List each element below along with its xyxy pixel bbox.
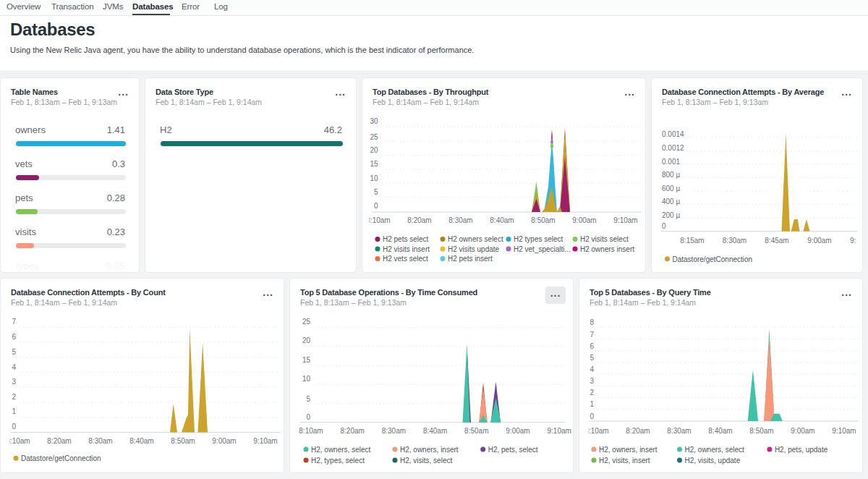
svg-text:2: 2 [590,389,594,397]
svg-text:9:10am: 9:10am [253,437,277,445]
svg-text:5: 5 [12,348,16,356]
svg-text:25: 25 [302,318,311,326]
svg-text:8:40am: 8:40am [490,216,514,224]
svg-text:H2 owners insert: H2 owners insert [580,245,634,253]
svg-text:30: 30 [370,117,378,125]
svg-text:9:15am: 9:15am [850,237,862,245]
svg-text:15: 15 [370,160,378,168]
svg-text:8:10am: 8:10am [584,427,608,435]
svg-text:5: 5 [306,395,310,403]
svg-text:25: 25 [370,133,378,141]
svg-text:0.001: 0.001 [662,158,680,166]
svg-text:8:30am: 8:30am [723,237,746,245]
svg-text:9:10am: 9:10am [832,427,856,435]
svg-text:H2 vets select: H2 vets select [383,255,428,263]
svg-text:H2, pets, update: H2, pets, update [775,446,828,454]
svg-text:H2 types select: H2 types select [514,235,563,243]
svg-text:9:10am: 9:10am [613,216,637,224]
svg-text:6: 6 [12,333,16,341]
svg-text:H2 visits insert: H2 visits insert [383,245,430,253]
svg-text:8:50am: 8:50am [171,437,195,445]
svg-text:0: 0 [12,423,16,431]
svg-text:8:20am: 8:20am [47,437,71,445]
svg-text:0: 0 [590,412,594,420]
svg-text:9:00am: 9:00am [807,237,831,245]
svg-text:H2, owners, select: H2, owners, select [311,446,370,454]
svg-text:0: 0 [662,222,666,230]
svg-text:Datastore/getConnection: Datastore/getConnection [673,255,753,263]
svg-text:9:00am: 9:00am [791,427,814,435]
svg-text:8:30am: 8:30am [448,216,472,224]
svg-text:8:15am: 8:15am [680,237,704,245]
svg-text:4: 4 [590,365,594,373]
svg-text:8: 8 [590,318,594,326]
svg-text:8:20am: 8:20am [341,427,365,435]
svg-text:8:50am: 8:50am [531,216,555,224]
svg-text:8:45am: 8:45am [765,237,788,245]
svg-text:7: 7 [12,318,16,326]
svg-text:0: 0 [374,202,378,210]
svg-text:Datastore/getConnection: Datastore/getConnection [21,454,101,462]
svg-text:7: 7 [590,331,594,339]
svg-text:H2, visits, update: H2, visits, update [685,457,741,465]
svg-text:8:10am: 8:10am [6,437,30,445]
svg-text:6: 6 [590,342,594,350]
svg-text:9:10am: 9:10am [548,427,571,435]
svg-text:H2 owners select: H2 owners select [448,235,503,243]
svg-text:H2, owners, insert: H2, owners, insert [400,446,459,454]
svg-text:8:40am: 8:40am [423,427,447,435]
svg-text:8:20am: 8:20am [626,427,650,435]
svg-text:9:00am: 9:00am [506,427,529,435]
svg-text:H2, owners, insert: H2, owners, insert [599,446,658,454]
svg-text:9:00am: 9:00am [572,216,596,224]
svg-text:8:40am: 8:40am [708,427,732,435]
svg-text:H2, visits, select: H2, visits, select [400,457,452,465]
svg-text:2: 2 [12,393,16,401]
svg-text:8:10am: 8:10am [366,216,390,224]
svg-text:4: 4 [12,363,16,371]
svg-text:H2 vet_specialti...: H2 vet_specialti... [514,245,571,253]
svg-text:3: 3 [590,377,594,385]
svg-text:20: 20 [302,336,311,344]
svg-text:8:40am: 8:40am [129,437,153,445]
svg-text:1: 1 [590,400,594,408]
svg-text:0: 0 [306,413,310,421]
svg-text:8:30am: 8:30am [382,427,406,435]
svg-text:600 µ: 600 µ [662,185,680,192]
svg-text:3: 3 [12,378,16,386]
svg-text:5: 5 [374,188,378,196]
svg-text:H2 pets select: H2 pets select [383,235,429,243]
svg-text:H2 visits select: H2 visits select [580,235,629,243]
svg-text:H2, owners, select: H2, owners, select [685,446,744,454]
svg-text:8:30am: 8:30am [88,437,112,445]
svg-text:H2 visits update: H2 visits update [448,245,500,253]
svg-text:H2, types, select: H2, types, select [311,457,365,465]
svg-text:0.0012: 0.0012 [662,144,684,152]
svg-text:8:50am: 8:50am [749,427,773,435]
svg-text:...: ... [550,287,561,299]
svg-text:10: 10 [302,375,311,383]
svg-text:15: 15 [302,356,311,364]
svg-text:H2, visits, insert: H2, visits, insert [599,457,650,465]
svg-text:H2 pets insert: H2 pets insert [448,255,493,263]
svg-text:800 µ: 800 µ [662,171,680,179]
svg-text:20: 20 [370,146,378,154]
svg-text:9:00am: 9:00am [212,437,236,445]
svg-text:1: 1 [12,407,16,415]
svg-text:8:20am: 8:20am [407,216,431,224]
svg-text:0.0014: 0.0014 [662,130,684,138]
svg-text:8:30am: 8:30am [667,427,691,435]
svg-text:H2, pets, select: H2, pets, select [488,446,538,454]
svg-text:400 µ: 400 µ [662,198,680,205]
svg-text:8:10am: 8:10am [299,427,323,435]
svg-text:10: 10 [370,174,378,182]
svg-text:5: 5 [590,354,594,362]
svg-text:8:50am: 8:50am [464,427,488,435]
svg-text:200 µ: 200 µ [662,211,680,219]
